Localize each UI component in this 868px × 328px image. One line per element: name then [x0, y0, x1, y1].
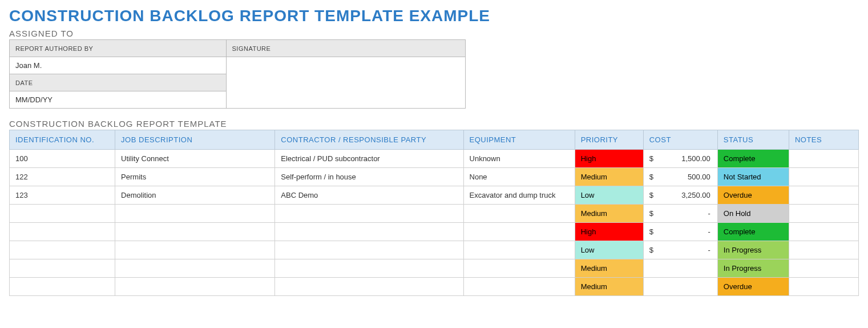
cell-equipment[interactable] — [463, 259, 575, 278]
backlog-section-label: CONSTRUCTION BACKLOG REPORT TEMPLATE — [9, 119, 859, 129]
cell-job[interactable] — [115, 223, 275, 241]
cell-id[interactable] — [10, 259, 115, 278]
signature-label: SIGNATURE — [226, 40, 465, 57]
cell-job[interactable]: Demolition — [115, 186, 275, 205]
header-priority: PRIORITY — [575, 130, 643, 150]
table-row: Medium$-On Hold — [10, 205, 859, 223]
cell-notes[interactable] — [789, 259, 858, 278]
cell-id[interactable]: 123 — [10, 186, 115, 205]
cell-equipment[interactable] — [463, 278, 575, 296]
cell-equipment[interactable]: Excavator and dump truck — [463, 186, 575, 205]
cell-priority[interactable]: Medium — [575, 205, 643, 223]
cell-job[interactable] — [115, 205, 275, 223]
cell-notes[interactable] — [789, 241, 858, 259]
page-title: CONSTRUCTION BACKLOG REPORT TEMPLATE EXA… — [9, 7, 859, 25]
table-row: MediumIn Progress — [10, 259, 859, 278]
table-row: 122PermitsSelf-perform / in houseNoneMed… — [10, 168, 859, 186]
cell-cost[interactable]: $500.00 — [643, 168, 717, 186]
cell-job[interactable] — [115, 241, 275, 259]
cell-priority[interactable]: Medium — [575, 259, 643, 278]
header-status: STATUS — [717, 130, 789, 150]
cell-contractor[interactable] — [275, 278, 463, 296]
cell-equipment[interactable] — [463, 205, 575, 223]
currency-symbol: $ — [649, 191, 653, 199]
cell-priority[interactable]: Medium — [575, 278, 643, 296]
cell-priority[interactable]: Medium — [575, 168, 643, 186]
cell-status[interactable]: In Progress — [717, 241, 789, 259]
header-id: IDENTIFICATION NO. — [10, 130, 115, 150]
cell-notes[interactable] — [789, 168, 858, 186]
header-equipment: EQUIPMENT — [463, 130, 575, 150]
cell-status[interactable]: Overdue — [717, 278, 789, 296]
header-notes: NOTES — [789, 130, 858, 150]
cell-id[interactable] — [10, 205, 115, 223]
cell-equipment[interactable]: Unknown — [463, 150, 575, 168]
cost-amount: 500.00 — [649, 173, 712, 181]
date-value[interactable]: MM/DD/YY — [10, 91, 227, 109]
cell-job[interactable]: Utility Connect — [115, 150, 275, 168]
cell-priority[interactable]: Low — [575, 186, 643, 205]
cost-amount: - — [649, 227, 712, 236]
cell-id[interactable] — [10, 223, 115, 241]
currency-symbol: $ — [649, 154, 653, 163]
backlog-header-row: IDENTIFICATION NO. JOB DESCRIPTION CONTR… — [10, 130, 859, 150]
header-contractor: CONTRACTOR / RESPONSIBLE PARTY — [275, 130, 463, 150]
assigned-section-label: ASSIGNED TO — [9, 29, 859, 38]
cell-contractor[interactable]: Self-perform / in house — [275, 168, 463, 186]
cell-contractor[interactable]: Electrical / PUD subcontractor — [275, 150, 463, 168]
header-job: JOB DESCRIPTION — [115, 130, 275, 150]
cell-equipment[interactable] — [463, 223, 575, 241]
cell-id[interactable]: 122 — [10, 168, 115, 186]
cell-status[interactable]: Complete — [717, 223, 789, 241]
cell-status[interactable]: In Progress — [717, 259, 789, 278]
cell-id[interactable] — [10, 241, 115, 259]
cell-status[interactable]: Not Started — [717, 168, 789, 186]
cell-contractor[interactable]: ABC Demo — [275, 186, 463, 205]
cell-equipment[interactable] — [463, 241, 575, 259]
cost-amount: 1,500.00 — [649, 154, 712, 163]
cell-priority[interactable]: Low — [575, 241, 643, 259]
cell-contractor[interactable] — [275, 259, 463, 278]
cost-amount: - — [649, 246, 712, 254]
cell-contractor[interactable] — [275, 205, 463, 223]
signature-value[interactable] — [226, 57, 465, 109]
cell-cost[interactable]: $- — [643, 241, 717, 259]
table-row: 123DemolitionABC DemoExcavator and dump … — [10, 186, 859, 205]
cell-notes[interactable] — [789, 223, 858, 241]
cell-status[interactable]: On Hold — [717, 205, 789, 223]
cell-priority[interactable]: High — [575, 150, 643, 168]
date-label: DATE — [10, 74, 227, 91]
cell-cost[interactable]: $- — [643, 223, 717, 241]
cell-job[interactable] — [115, 278, 275, 296]
currency-symbol: $ — [649, 173, 653, 181]
cell-notes[interactable] — [789, 150, 858, 168]
cell-id[interactable]: 100 — [10, 150, 115, 168]
cell-notes[interactable] — [789, 186, 858, 205]
table-row: 100Utility ConnectElectrical / PUD subco… — [10, 150, 859, 168]
table-row: MediumOverdue — [10, 278, 859, 296]
cost-amount: - — [649, 209, 712, 218]
cell-equipment[interactable]: None — [463, 168, 575, 186]
cell-notes[interactable] — [789, 205, 858, 223]
cell-contractor[interactable] — [275, 241, 463, 259]
cell-cost[interactable]: $- — [643, 205, 717, 223]
cell-job[interactable]: Permits — [115, 168, 275, 186]
cell-job[interactable] — [115, 259, 275, 278]
cell-cost[interactable] — [643, 259, 717, 278]
cell-id[interactable] — [10, 278, 115, 296]
author-value[interactable]: Joan M. — [10, 57, 227, 74]
cell-cost[interactable] — [643, 278, 717, 296]
assigned-table: REPORT AUTHORED BY SIGNATURE Joan M. DAT… — [9, 39, 466, 109]
cell-cost[interactable]: $1,500.00 — [643, 150, 717, 168]
cell-status[interactable]: Complete — [717, 150, 789, 168]
cell-cost[interactable]: $3,250.00 — [643, 186, 717, 205]
author-label: REPORT AUTHORED BY — [10, 40, 227, 57]
cell-notes[interactable] — [789, 278, 858, 296]
header-cost: COST — [643, 130, 717, 150]
backlog-table: IDENTIFICATION NO. JOB DESCRIPTION CONTR… — [9, 130, 859, 296]
cell-priority[interactable]: High — [575, 223, 643, 241]
table-row: Low$-In Progress — [10, 241, 859, 259]
cell-status[interactable]: Overdue — [717, 186, 789, 205]
currency-symbol: $ — [649, 246, 653, 254]
cell-contractor[interactable] — [275, 223, 463, 241]
